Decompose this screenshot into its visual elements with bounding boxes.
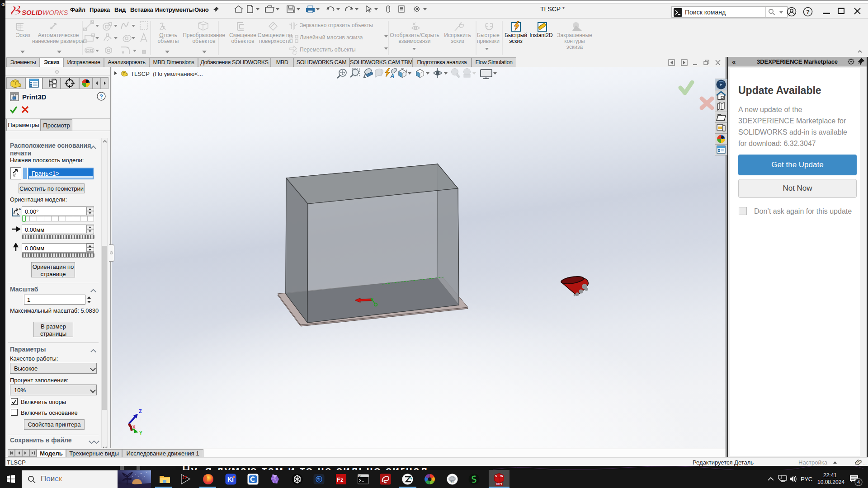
svg-text:S: S (495, 474, 497, 478)
svg-text:Z: Z (139, 408, 142, 414)
svg-text:Y: Y (139, 431, 142, 436)
svg-text:W: W (500, 474, 504, 478)
svg-text:?: ? (806, 9, 810, 15)
svg-text:Pro: Pro (451, 481, 454, 483)
svg-text:A: A (19, 207, 21, 211)
svg-text:?: ? (99, 93, 103, 100)
svg-text:Ki: Ki (227, 476, 234, 483)
svg-text:Fz: Fz (337, 476, 344, 483)
svg-text:17: 17 (182, 475, 187, 480)
svg-text:2021: 2021 (496, 483, 503, 486)
svg-text:C:\_: C:\_ (359, 475, 363, 477)
svg-text:4: 4 (857, 479, 860, 485)
